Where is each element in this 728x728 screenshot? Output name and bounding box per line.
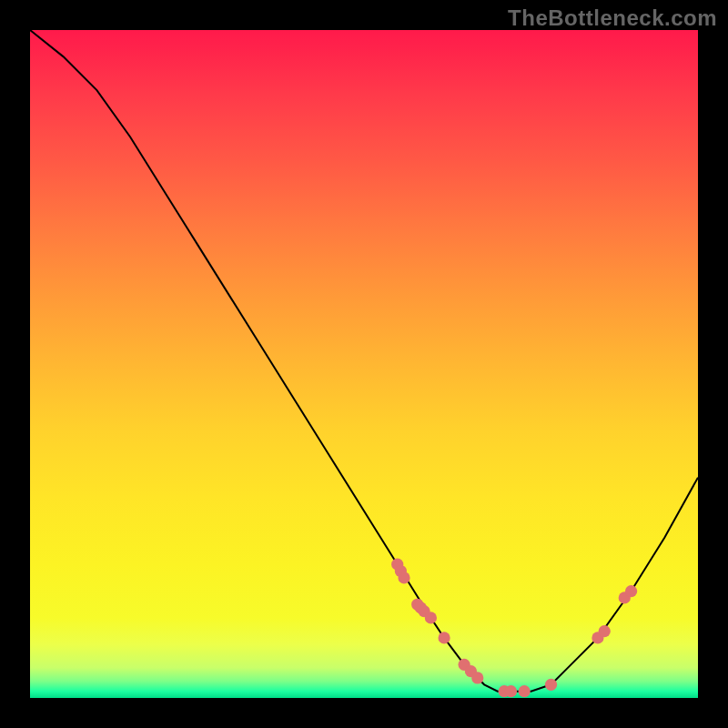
data-point (398, 571, 410, 583)
data-points (391, 559, 637, 698)
data-point (545, 679, 557, 691)
data-point (505, 685, 517, 697)
data-point (471, 672, 483, 683)
data-point (599, 625, 611, 637)
bottleneck-curve (30, 30, 698, 692)
plot-area (30, 30, 698, 698)
data-point (519, 685, 531, 697)
watermark-text: TheBottleneck.com (508, 5, 717, 31)
data-point (438, 632, 450, 643)
chart-frame: TheBottleneck.com (0, 0, 728, 728)
chart-svg (30, 30, 698, 698)
data-point (425, 612, 437, 623)
data-point (625, 585, 637, 597)
